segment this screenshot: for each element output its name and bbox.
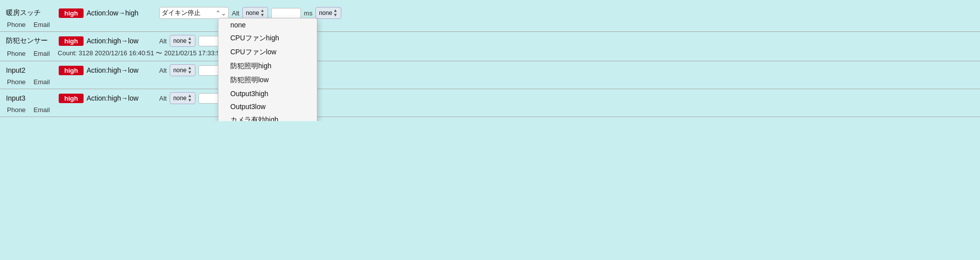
row-sub-3: Phone Email [6, 78, 974, 86]
row4-alt-chevrons: ▲▼ [188, 94, 192, 103]
row4-alt-spinner[interactable]: none ▲▼ [170, 92, 196, 104]
dropdown-item-cpufan_high[interactable]: CPUファンhigh [218, 31, 317, 45]
row3-alt-chevrons: ▲▼ [188, 66, 192, 75]
row1-badge: high [59, 8, 84, 18]
row1-ms-input[interactable] [271, 8, 301, 18]
row4-action: Action:high→low [87, 94, 156, 102]
row1-action: Action:low→high [87, 9, 156, 17]
dropdown-item-output3_high[interactable]: Output3high [218, 87, 317, 100]
dropdown-item-bouzai_low[interactable]: 防犯照明low [218, 73, 317, 87]
dropdown-item-camera_high[interactable]: カメラ有効high [218, 113, 317, 121]
row1-alt-chevrons: ▲▼ [260, 8, 265, 17]
row3-action: Action:high→low [87, 66, 156, 74]
row4-name: Input3 [6, 94, 56, 102]
row-group-2: 防犯センサー high Action:high→low Alt none ▲▼ … [0, 32, 980, 61]
row2-name: 防犯センサー [6, 36, 56, 45]
row4-phone: Phone [7, 106, 26, 114]
row-main-2: 防犯センサー high Action:high→low Alt none ▲▼ … [6, 35, 974, 47]
row2-action: Action:high→low [87, 37, 156, 45]
row1-ms-value: none [319, 9, 332, 16]
row3-name: Input2 [6, 66, 56, 74]
row1-alt-value: none [246, 9, 259, 16]
row1-email: Email [34, 21, 50, 28]
row3-badge: high [59, 66, 84, 75]
row2-phone: Phone [7, 50, 26, 57]
row-main-4: Input3 high Action:high→low Alt none ▲▼ … [6, 92, 974, 104]
row2-badge: high [59, 36, 84, 46]
row2-alt-label: Alt [159, 37, 167, 45]
row3-email: Email [34, 78, 50, 86]
row4-badge: high [59, 94, 84, 103]
row3-alt-value: none [173, 67, 187, 74]
dropdown-item-cpufan_low[interactable]: CPUファンlow [218, 45, 317, 59]
action-dropdown[interactable]: noneCPUファンhighCPUファンlow防犯照明high防犯照明lowOu… [218, 18, 317, 121]
row-sub-2: Phone Email Count: 3128 2020/12/16 16:40… [6, 49, 974, 58]
row1-ms-chevrons: ▲▼ [333, 8, 338, 17]
row-main-1: 暖房スッチ high Action:low→high ダイキン停止 ⌃⌄ Alt… [6, 7, 974, 19]
row1-select-chevron: ⌃⌄ [215, 9, 226, 17]
row3-alt-spinner[interactable]: none ▲▼ [170, 64, 196, 76]
row-sub-4: Phone Email [6, 106, 974, 114]
row-group-3: Input2 high Action:high→low Alt none ▲▼ … [0, 61, 980, 89]
row1-alt-label: Alt [232, 9, 239, 17]
dropdown-item-none[interactable]: none [218, 18, 317, 31]
row1-select-value: ダイキン停止 [162, 8, 213, 17]
row2-count: Count: 3128 2020/12/16 16:40:51 〜 2021/0… [58, 49, 223, 58]
row-sub-1: Phone Email [6, 21, 974, 28]
row1-ms-spinner[interactable]: none ▲▼ [315, 7, 341, 19]
row2-email: Email [34, 50, 50, 57]
row4-alt-value: none [173, 95, 187, 102]
dropdown-item-bouzai_high[interactable]: 防犯照明high [218, 59, 317, 73]
row4-email: Email [34, 106, 50, 114]
row1-alt-spinner[interactable]: none ▲▼ [242, 7, 268, 19]
row1-name: 暖房スッチ [6, 8, 56, 17]
row-group-1: 暖房スッチ high Action:low→high ダイキン停止 ⌃⌄ Alt… [0, 4, 980, 32]
row1-select[interactable]: ダイキン停止 ⌃⌄ [159, 7, 229, 19]
row1-ms-unit: ms [304, 9, 312, 17]
row3-phone: Phone [7, 78, 26, 86]
row4-alt-label: Alt [159, 95, 167, 102]
main-container: 暖房スッチ high Action:low→high ダイキン停止 ⌃⌄ Alt… [0, 0, 980, 121]
row-main-3: Input2 high Action:high→low Alt none ▲▼ … [6, 64, 974, 76]
row2-alt-chevrons: ▲▼ [188, 36, 192, 45]
dropdown-item-output3_low[interactable]: Output3low [218, 100, 317, 113]
row2-alt-value: none [173, 37, 187, 44]
row1-phone: Phone [7, 21, 26, 28]
row-group-4: Input3 high Action:high→low Alt none ▲▼ … [0, 89, 980, 117]
row2-alt-spinner[interactable]: none ▲▼ [170, 35, 196, 47]
row3-alt-label: Alt [159, 67, 167, 74]
